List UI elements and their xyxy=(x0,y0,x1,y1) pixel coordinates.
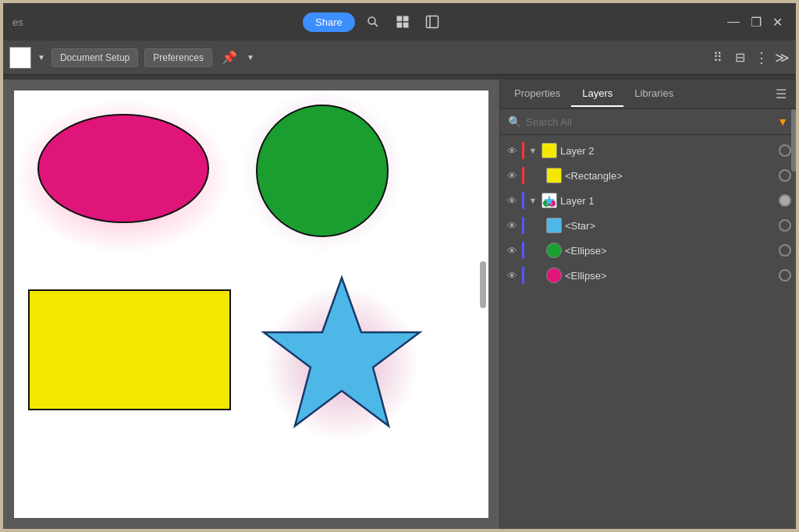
close-button[interactable]: ✕ xyxy=(769,13,787,31)
canvas-area xyxy=(3,80,499,529)
color-bar-star xyxy=(522,217,524,234)
panel-tabs: Properties Layers Libraries ☰ xyxy=(500,80,796,109)
canvas-document xyxy=(14,90,488,518)
panel-menu-icon[interactable]: ☰ xyxy=(769,87,793,101)
panel-expand-icon[interactable]: ≫ xyxy=(775,49,790,66)
visibility-circle-ellipse-pink[interactable] xyxy=(779,269,791,282)
thumb-star xyxy=(546,218,562,233)
panel-view-button[interactable] xyxy=(421,12,444,32)
ellipse-pink-name: <Ellipse> xyxy=(565,270,776,282)
color-bar-ellipse-pink xyxy=(522,267,524,284)
svg-line-1 xyxy=(375,23,378,27)
app-container: es Share — ❐ ✕ ▼ Document Setup Preferen… xyxy=(0,0,799,532)
panel-scrollbar[interactable] xyxy=(791,109,796,172)
window-controls: — ❐ ✕ xyxy=(723,13,787,31)
star-svg xyxy=(256,270,428,442)
svg-rect-6 xyxy=(426,16,438,28)
search-input[interactable] xyxy=(526,116,772,128)
grid-icon xyxy=(396,15,410,29)
layer-row-star[interactable]: 👁 <Star> xyxy=(500,213,796,238)
search-button[interactable] xyxy=(361,12,385,32)
ellipse-green-name: <Ellipse> xyxy=(565,245,776,257)
top-bar-left: es xyxy=(12,16,23,28)
panel-search-icon: 🔍 xyxy=(508,115,521,128)
share-button[interactable]: Share xyxy=(303,12,355,32)
color-bar-layer2 xyxy=(522,142,524,159)
layer-row-ellipse-green[interactable]: 👁 <Ellipse> xyxy=(500,238,796,263)
canvas-content[interactable] xyxy=(14,90,488,518)
svg-marker-8 xyxy=(264,278,420,426)
color-bar-layer1 xyxy=(522,192,524,209)
thumb-ellipse-green xyxy=(546,243,562,258)
color-swatch[interactable] xyxy=(9,47,31,69)
color-bar-ellipse-green xyxy=(522,242,524,259)
swatch-dropdown-icon[interactable]: ▼ xyxy=(37,53,45,62)
layer-row-layer1[interactable]: 👁 ▼ Layer 1 xyxy=(500,188,796,213)
visibility-circle-layer2[interactable] xyxy=(779,144,791,157)
maximize-button[interactable]: ❐ xyxy=(747,13,765,31)
preferences-button[interactable]: Preferences xyxy=(144,48,212,67)
svg-rect-3 xyxy=(403,16,408,22)
eye-icon-ellipse-green[interactable]: 👁 xyxy=(505,243,519,257)
search-icon xyxy=(366,15,380,29)
more-icon[interactable]: ⋮ xyxy=(755,49,769,66)
panel-icon xyxy=(425,15,439,29)
layer-row-ellipse-pink[interactable]: 👁 <Ellipse> xyxy=(500,263,796,288)
right-panel: Properties Layers Libraries ☰ 🔍 ▼ xyxy=(499,80,796,529)
expand-layer1[interactable]: ▼ xyxy=(527,195,538,206)
tab-libraries[interactable]: Libraries xyxy=(623,81,684,107)
thumb-layer2 xyxy=(542,143,557,158)
top-bar: es Share — ❐ ✕ xyxy=(3,3,796,41)
pin-icon[interactable]: 📌 xyxy=(218,48,240,66)
toolbar-right: ⠿ ⊟ ⋮ ≫ xyxy=(710,48,790,66)
star-thumb-svg xyxy=(547,218,561,233)
pink-ellipse-shape[interactable] xyxy=(37,114,209,223)
document-setup-button[interactable]: Document Setup xyxy=(51,48,138,67)
visibility-circle-layer1[interactable] xyxy=(779,194,791,207)
grid-view-button[interactable] xyxy=(391,12,414,32)
eye-icon-layer2[interactable]: 👁 xyxy=(505,144,519,158)
pin-dropdown-icon[interactable]: ▼ xyxy=(247,53,254,62)
tab-layers[interactable]: Layers xyxy=(571,81,623,107)
visibility-circle-star[interactable] xyxy=(779,219,791,232)
svg-marker-12 xyxy=(549,220,559,231)
blue-star-fill xyxy=(256,270,428,442)
arrange-icon[interactable]: ⠿ xyxy=(710,48,726,66)
green-circle-shape[interactable] xyxy=(256,105,389,237)
minimize-button[interactable]: — xyxy=(723,13,744,30)
layers-list: 👁 ▼ Layer 2 👁 <Rectangle> xyxy=(500,135,796,529)
eye-icon-layer1[interactable]: 👁 xyxy=(505,193,519,207)
green-circle-fill xyxy=(256,105,389,237)
menu-left: es xyxy=(12,16,23,28)
pink-ellipse-fill xyxy=(37,114,209,223)
top-bar-center: Share xyxy=(303,12,444,32)
eye-icon-star[interactable]: 👁 xyxy=(505,218,519,232)
canvas-scrollbar[interactable] xyxy=(480,261,486,308)
layer-row-layer2[interactable]: 👁 ▼ Layer 2 xyxy=(500,138,796,163)
expand-layer2[interactable]: ▼ xyxy=(527,145,538,156)
svg-rect-2 xyxy=(396,16,402,22)
yellow-rect-fill xyxy=(28,289,231,410)
color-bar-rectangle xyxy=(522,167,524,184)
tab-properties[interactable]: Properties xyxy=(503,81,571,107)
blue-star-shape[interactable] xyxy=(256,270,428,442)
filter-icon[interactable]: ▼ xyxy=(777,115,788,128)
visibility-circle-rectangle[interactable] xyxy=(779,169,791,182)
svg-point-0 xyxy=(368,17,375,24)
svg-rect-5 xyxy=(403,23,408,28)
eye-icon-ellipse-pink[interactable]: 👁 xyxy=(505,268,519,282)
layer1-thumb-svg xyxy=(542,193,556,208)
visibility-circle-ellipse-green[interactable] xyxy=(779,244,791,257)
layer-row-rectangle[interactable]: 👁 <Rectangle> xyxy=(500,163,796,188)
align-icon[interactable]: ⊟ xyxy=(732,48,748,66)
toolbar: ▼ Document Setup Preferences 📌 ▼ ⠿ ⊟ ⋮ ≫ xyxy=(3,41,796,75)
main-area: Properties Layers Libraries ☰ 🔍 ▼ xyxy=(3,80,796,529)
yellow-rect-shape[interactable] xyxy=(28,289,231,410)
rectangle-name: <Rectangle> xyxy=(565,170,776,182)
thumb-layer1 xyxy=(542,193,557,208)
layer2-name: Layer 2 xyxy=(560,145,776,157)
star-name: <Star> xyxy=(565,220,776,232)
thumb-rectangle xyxy=(546,168,562,183)
eye-icon-rectangle[interactable]: 👁 xyxy=(505,168,519,183)
thumb-ellipse-pink xyxy=(546,268,562,283)
